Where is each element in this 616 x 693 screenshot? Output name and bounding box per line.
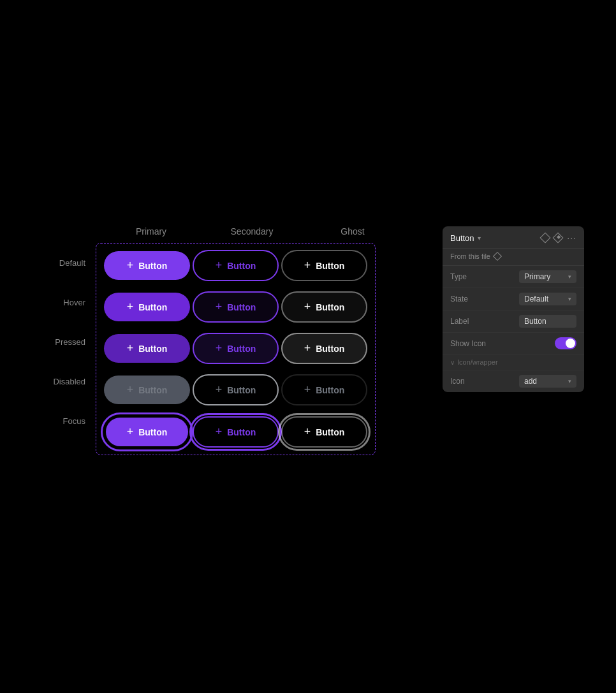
primary-focus-button[interactable]: + Button: [104, 416, 190, 448]
button-grid: + Button + Button + Button: [96, 243, 376, 455]
button-label: Button: [227, 344, 256, 354]
chevron-down-icon: ▾: [568, 378, 571, 384]
primary-pressed-button[interactable]: + Button: [104, 334, 190, 363]
type-label: Type: [450, 272, 467, 281]
state-select[interactable]: Default ▾: [519, 293, 576, 305]
ghost-focus-button[interactable]: + Button: [281, 416, 367, 448]
more-options-icon[interactable]: ···: [567, 233, 576, 243]
icon-wrapper-label: Icon/wrapper: [457, 358, 498, 366]
icon-select[interactable]: add ▾: [519, 375, 576, 388]
panel-title: Button: [450, 233, 474, 243]
icon-row: Icon add ▾: [443, 370, 584, 392]
plus-icon: +: [304, 383, 311, 397]
properties-panel: Button ▾ ◆ ··· From this file Type Prima…: [443, 226, 584, 392]
icon-label: Icon: [450, 377, 465, 386]
from-this-file-row: From this file: [443, 249, 584, 266]
plus-icon: +: [304, 300, 311, 314]
state-row: State Default ▾: [443, 288, 584, 310]
type-row: Type Primary ▾: [443, 266, 584, 288]
column-headers: Primary Secondary Ghost: [101, 226, 403, 237]
primary-default-button[interactable]: + Button: [104, 251, 190, 280]
grid-row-hover: + Button + Button + Button: [104, 286, 367, 328]
ghost-hover-button[interactable]: + Button: [281, 291, 367, 323]
button-label: Button: [138, 344, 167, 354]
ghost-pressed-button[interactable]: + Button: [281, 333, 367, 364]
collapse-icon: ∨: [450, 359, 455, 366]
grid-row-disabled: + Button + Button + Button: [104, 369, 367, 411]
button-label: Button: [316, 427, 344, 437]
plus-icon: +: [216, 300, 223, 314]
secondary-default-button[interactable]: + Button: [193, 250, 279, 281]
button-label: Button: [227, 385, 256, 395]
type-select[interactable]: Primary ▾: [519, 270, 576, 283]
panel-header: Button ▾ ◆ ···: [443, 226, 584, 249]
button-label: Button: [227, 427, 256, 437]
plus-icon: +: [127, 425, 134, 439]
button-label: Button: [316, 385, 344, 395]
label-input[interactable]: Button: [519, 315, 576, 328]
grid-row-pressed: + Button + Button + Button: [104, 328, 367, 369]
plus-icon: +: [304, 259, 311, 272]
button-label: Button: [138, 385, 167, 395]
secondary-pressed-button[interactable]: + Button: [193, 333, 279, 364]
button-label: Button: [138, 302, 167, 312]
label-row: Label Button: [443, 310, 584, 333]
row-label-hover: Hover: [32, 282, 96, 322]
grid-row-default: + Button + Button + Button: [104, 245, 367, 286]
col-header-secondary: Secondary: [202, 226, 302, 237]
diamond-icon-1[interactable]: [540, 233, 551, 244]
row-label-pressed: Pressed: [32, 322, 96, 361]
plus-icon: +: [304, 425, 311, 439]
col-header-primary: Primary: [101, 226, 202, 237]
row-label-disabled: Disabled: [32, 361, 96, 401]
button-label: Button: [316, 344, 344, 354]
state-label: State: [450, 295, 468, 303]
plus-icon: +: [127, 300, 134, 314]
show-icon-label: Show Icon: [450, 339, 486, 348]
plus-icon: +: [127, 342, 134, 355]
toggle-show-icon[interactable]: [555, 337, 576, 349]
grid-row-focus: + Button + Button + Button: [104, 411, 367, 453]
primary-disabled-button: + Button: [104, 376, 190, 404]
col-header-ghost: Ghost: [302, 226, 403, 237]
chevron-down-icon: ▾: [478, 235, 481, 242]
button-label: Button: [316, 302, 344, 312]
ghost-default-button[interactable]: + Button: [281, 250, 367, 281]
chevron-down-icon: ▾: [568, 274, 571, 280]
plus-icon: +: [127, 259, 134, 272]
row-label-default: Default: [32, 243, 96, 282]
button-label: Button: [227, 302, 256, 312]
secondary-focus-button[interactable]: + Button: [193, 416, 279, 448]
plus-icon: +: [127, 383, 134, 397]
plus-icon: +: [216, 259, 223, 272]
ghost-disabled-button: + Button: [281, 374, 367, 405]
chevron-down-icon: ▾: [568, 296, 571, 302]
plus-icon: +: [304, 342, 311, 355]
row-label-focus: Focus: [32, 401, 96, 441]
icon-wrapper-section: ∨ Icon/wrapper: [443, 354, 584, 370]
diamond-icon-2[interactable]: ◆: [553, 233, 564, 244]
secondary-disabled-button: + Button: [193, 374, 279, 405]
plus-icon: +: [216, 383, 223, 397]
plus-icon: +: [216, 342, 223, 355]
diamond-file-icon: [493, 252, 502, 261]
from-file-label: From this file: [450, 252, 490, 260]
button-label: Button: [227, 261, 256, 271]
row-labels: Default Hover Pressed Disabled Focus: [32, 243, 96, 441]
label-label: Label: [450, 317, 469, 326]
button-label: Button: [138, 261, 167, 271]
button-label: Button: [138, 427, 167, 437]
primary-hover-button[interactable]: + Button: [104, 293, 190, 321]
plus-icon: +: [216, 425, 223, 439]
secondary-hover-button[interactable]: + Button: [193, 291, 279, 323]
button-label: Button: [316, 261, 344, 271]
show-icon-row: Show Icon: [443, 333, 584, 354]
